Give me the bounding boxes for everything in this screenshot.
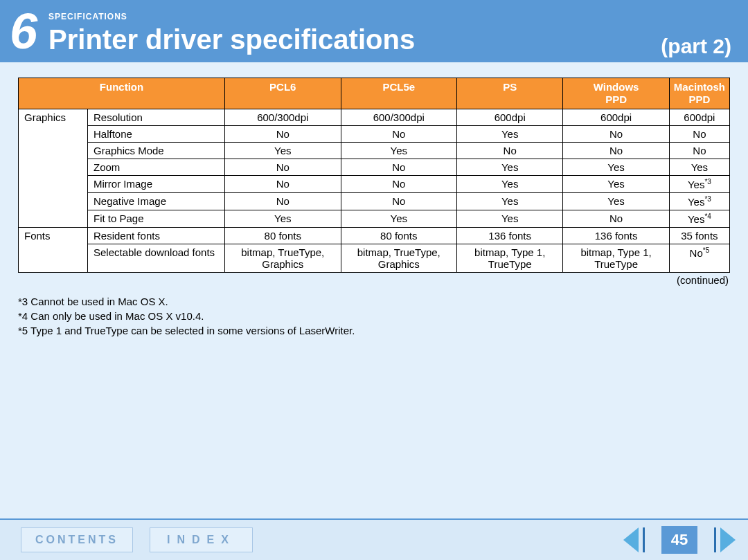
footnote-line: *5 Type 1 and TrueType can be selected i… [18,323,730,338]
value-cell: No [563,210,669,228]
th-function: Function [19,78,225,109]
table-row: Mirror ImageNoNoYesYesYes*3 [19,176,730,193]
index-button[interactable]: INDEX [150,527,253,552]
value-cell: No [341,126,457,143]
th-pcl5e: PCL5e [341,78,457,109]
part-label: (part 2) [661,35,731,58]
th-windows-ppd: Windows PPD [563,78,669,109]
footnotes: *3 Cannot be used in Mac OS X.*4 Can onl… [18,294,730,338]
value-cell: 136 fonts [457,228,563,244]
sub-cell: Mirror Image [88,176,225,193]
sub-cell: Selectable download fonts [88,244,225,273]
table-row: Graphics ModeYesYesNoNoNo [19,143,730,159]
value-cell: Yes*4 [669,210,729,228]
sub-cell: Resident fonts [88,228,225,244]
value-cell: 600/300dpi [225,109,341,126]
value-cell: No [341,176,457,193]
footnote-marker: *5 [703,246,709,254]
group-cell: Graphics [19,109,88,228]
value-cell: Yes [457,193,563,210]
value-cell: 600dpi [563,109,669,126]
sub-cell: Resolution [88,109,225,126]
arrow-right-icon [720,527,736,552]
value-cell: Yes*3 [669,193,729,210]
value-cell: Yes [225,143,341,159]
value-cell: No [341,159,457,176]
value-cell: Yes [457,210,563,228]
footnote-line: *3 Cannot be used in Mac OS X. [18,294,730,309]
th-windows-sub: PPD [567,93,664,106]
sub-cell: Fit to Page [88,210,225,228]
page-number: 45 [661,526,697,554]
value-cell: Yes [457,126,563,143]
value-cell: Yes [457,159,563,176]
footnote-marker: *3 [704,195,711,203]
value-cell: No*5 [669,244,729,273]
value-cell: No [563,126,669,143]
value-cell: Yes [563,176,669,193]
value-cell: 600dpi [669,109,729,126]
prev-page-button[interactable] [623,527,645,552]
continued-label: (continued) [18,274,730,286]
prev-bar-icon [643,527,645,552]
value-cell: No [669,143,729,159]
next-bar-icon [714,527,716,552]
value-cell: No [225,193,341,210]
value-cell: No [457,143,563,159]
value-cell: Yes [563,159,669,176]
th-ps: PS [457,78,563,109]
value-cell: No [225,126,341,143]
th-mac-ppd: Macintosh PPD [669,78,729,109]
table-row: Fit to PageYesYesYesNoYes*4 [19,210,730,228]
value-cell: Yes [563,193,669,210]
value-cell: Yes*3 [669,176,729,193]
value-cell: 600dpi [457,109,563,126]
th-mac-sub: PPD [674,93,725,106]
next-page-button[interactable] [714,527,736,552]
value-cell: No [341,193,457,210]
value-cell: 35 fonts [669,228,729,244]
contents-button[interactable]: CONTENTS [21,527,133,552]
sub-cell: Zoom [88,159,225,176]
sub-cell: Halftone [88,126,225,143]
page-header: 6 SPECIFICATIONS Printer driver specific… [0,0,748,62]
table-header-row: Function PCL6 PCL5e PS Windows PPD Macin… [19,78,730,109]
table-row: HalftoneNoNoYesNoNo [19,126,730,143]
value-cell: bitmap, TrueType, Graphics [225,244,341,273]
sub-cell: Graphics Mode [88,143,225,159]
page-footer: CONTENTS INDEX 45 [0,518,748,560]
table-row: Negative ImageNoNoYesYesYes*3 [19,193,730,210]
value-cell: bitmap, TrueType, Graphics [341,244,457,273]
page-title: Printer driver specifications [48,26,661,53]
value-cell: bitmap, Type 1, TrueType [563,244,669,273]
table-row: ZoomNoNoYesYesYes [19,159,730,176]
th-mac-top: Macintosh [674,81,725,93]
value-cell: 80 fonts [225,228,341,244]
footnote-marker: *3 [704,178,711,186]
value-cell: Yes [341,210,457,228]
table-row: FontsResident fonts80 fonts80 fonts136 f… [19,228,730,244]
table-row: Selectable download fontsbitmap, TrueTyp… [19,244,730,273]
arrow-left-icon [623,527,639,552]
value-cell: 80 fonts [341,228,457,244]
th-windows-top: Windows [594,81,639,93]
spec-table: Function PCL6 PCL5e PS Windows PPD Macin… [18,78,730,273]
value-cell: No [669,126,729,143]
table-body: GraphicsResolution600/300dpi600/300dpi60… [19,109,730,273]
value-cell: Yes [225,210,341,228]
section-label: SPECIFICATIONS [48,12,661,21]
footnote-marker: *4 [704,213,711,220]
group-cell: Fonts [19,228,88,273]
value-cell: No [225,176,341,193]
value-cell: bitmap, Type 1, TrueType [457,244,563,273]
value-cell: No [563,143,669,159]
footnote-line: *4 Can only be used in Mac OS X v10.4. [18,309,730,323]
value-cell: 600/300dpi [341,109,457,126]
content-area: Function PCL6 PCL5e PS Windows PPD Macin… [0,62,748,518]
chapter-number: 6 [10,6,36,56]
header-titles: SPECIFICATIONS Printer driver specificat… [48,9,661,53]
th-pcl6: PCL6 [225,78,341,109]
value-cell: Yes [457,176,563,193]
value-cell: Yes [341,143,457,159]
sub-cell: Negative Image [88,193,225,210]
